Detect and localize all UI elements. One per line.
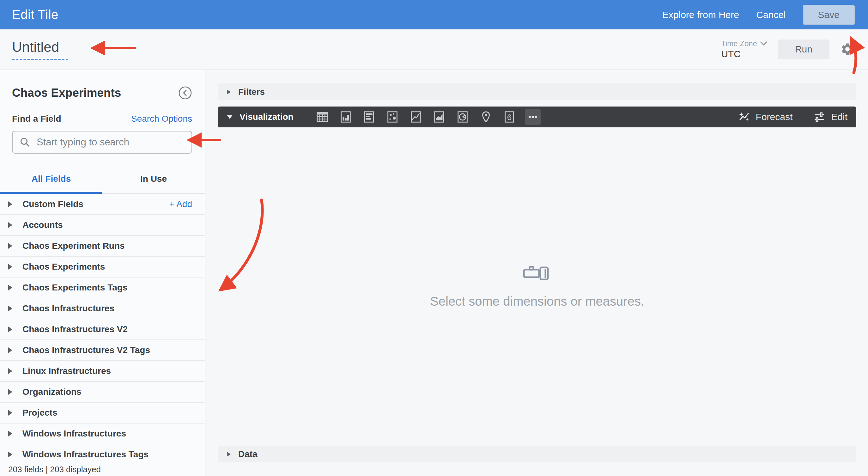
save-button[interactable]: Save [803, 5, 855, 25]
add-custom-field-button[interactable]: + Add [169, 199, 192, 209]
field-group-row[interactable]: Organizations [0, 382, 205, 403]
field-group-list: Custom Fields + Add Accounts Chaos Exper… [0, 194, 205, 463]
bar-chart-icon[interactable] [361, 109, 377, 125]
caret-right-icon [8, 389, 12, 395]
field-picker-sidebar: Chaos Experiments Find a Field Search Op… [0, 70, 206, 476]
page-title: Edit Tile [12, 8, 58, 22]
explore-name-title: Chaos Experiments [12, 86, 121, 99]
visualization-section-toggle[interactable]: Visualization [227, 112, 293, 122]
field-count-status: 203 fields | 203 displayed [0, 463, 205, 476]
area-chart-icon[interactable] [431, 109, 447, 125]
field-group-label: Projects [23, 408, 58, 418]
field-group-label: Chaos Experiments [23, 262, 105, 272]
field-group-row[interactable]: Projects [0, 403, 205, 423]
filters-section-toggle[interactable]: Filters [218, 84, 856, 100]
search-options-link[interactable]: Search Options [131, 114, 192, 124]
gear-icon[interactable] [840, 42, 855, 57]
search-icon [20, 137, 30, 148]
caret-right-icon [227, 452, 231, 457]
field-search-box[interactable] [12, 131, 192, 154]
cancel-button[interactable]: Cancel [756, 9, 785, 20]
caret-down-icon [227, 115, 232, 119]
field-group-label: Chaos Infrastructures V2 [23, 324, 128, 334]
tile-header: Untitled Time Zone UTC Run [0, 29, 868, 70]
field-group-label: Windows Infrastructures Tags [23, 449, 149, 459]
field-group-row[interactable]: Windows Infrastructures Tags [0, 444, 205, 463]
chevron-down-icon [760, 41, 767, 46]
field-group-label: Chaos Infrastructures [23, 303, 114, 314]
caret-right-icon [8, 264, 12, 270]
caret-right-icon [8, 285, 12, 291]
settings-sliders-icon [813, 110, 826, 124]
field-group-label: Organizations [23, 387, 82, 397]
field-group-row[interactable]: Windows Infrastructures [0, 423, 205, 444]
caret-right-icon [8, 431, 12, 437]
find-a-field-label: Find a Field [12, 114, 61, 124]
caret-right-icon [8, 222, 12, 228]
map-pin-icon[interactable] [478, 109, 494, 125]
collapse-panel-button[interactable] [178, 86, 192, 100]
tile-title-input[interactable]: Untitled [12, 39, 68, 55]
field-group-label: Chaos Experiments Tags [23, 282, 127, 293]
data-label: Data [238, 449, 257, 459]
svg-text:6: 6 [507, 113, 511, 122]
tab-all-fields[interactable]: All Fields [0, 170, 102, 194]
field-group-label: Accounts [23, 220, 63, 230]
run-button[interactable]: Run [778, 39, 830, 59]
viz-empty-state: Select some dimensions or measures. [218, 127, 856, 446]
chevron-left-circle-icon [178, 86, 192, 100]
scatter-chart-icon[interactable] [384, 109, 400, 125]
table-icon[interactable] [314, 109, 330, 125]
topbar-actions: Explore from Here Cancel Save [662, 5, 855, 25]
field-group-row[interactable]: Chaos Infrastructures V2 Tags [0, 340, 205, 361]
forecast-button[interactable]: Forecast [738, 110, 793, 124]
tab-in-use[interactable]: In Use [102, 170, 205, 194]
caret-right-icon [8, 347, 12, 353]
visualization-bar: Visualization [218, 107, 856, 127]
field-group-label: Chaos Experiment Runs [23, 241, 125, 251]
filters-label: Filters [238, 87, 265, 97]
single-value-icon[interactable]: 6 [501, 109, 517, 125]
field-group-label: Custom Fields [23, 199, 84, 209]
top-app-bar: Edit Tile Explore from Here Cancel Save [0, 0, 868, 29]
forecast-label: Forecast [756, 112, 793, 122]
edit-viz-button[interactable]: Edit [813, 110, 847, 124]
field-group-row[interactable]: Linux Infrastructures [0, 361, 205, 382]
caret-right-icon [8, 243, 12, 249]
field-group-label: Chaos Infrastructures V2 Tags [23, 345, 150, 355]
timezone-label: Time Zone [721, 39, 757, 48]
visualization-label: Visualization [240, 112, 293, 122]
forecast-sparkle-icon [738, 110, 751, 124]
explore-main-area: Filters Visualization [206, 70, 868, 476]
data-section-toggle[interactable]: Data [218, 446, 856, 463]
pie-chart-icon[interactable] [455, 109, 470, 125]
explore-from-here-link[interactable]: Explore from Here [662, 9, 739, 20]
caret-right-icon [8, 368, 12, 374]
more-viz-types-button[interactable] [525, 109, 540, 125]
field-group-label: Windows Infrastructures [23, 428, 126, 439]
line-chart-icon[interactable] [408, 109, 424, 125]
viz-type-picker: 6 [314, 109, 540, 125]
field-tabs: All Fields In Use [0, 170, 205, 194]
field-group-label: Linux Infrastructures [23, 366, 111, 376]
column-chart-icon[interactable] [338, 109, 353, 125]
edit-label: Edit [831, 112, 847, 122]
caret-right-icon [8, 452, 12, 457]
caret-right-icon [8, 201, 12, 207]
flashlight-icon [523, 265, 552, 282]
timezone-value: UTC [721, 48, 767, 60]
timezone-selector[interactable]: Time Zone UTC [721, 39, 767, 60]
caret-right-icon [8, 410, 12, 416]
field-group-row[interactable]: Chaos Experiments [0, 257, 205, 277]
search-input[interactable] [37, 137, 185, 148]
caret-right-icon [8, 306, 12, 311]
field-group-row[interactable]: Chaos Infrastructures V2 [0, 319, 205, 340]
field-group-row[interactable]: Chaos Experiments Tags [0, 277, 205, 298]
caret-right-icon [227, 89, 231, 94]
field-group-row[interactable]: Accounts [0, 215, 205, 236]
field-group-row[interactable]: Chaos Infrastructures [0, 298, 205, 319]
caret-right-icon [8, 327, 12, 332]
title-dashed-underline [12, 59, 68, 60]
field-group-custom-fields[interactable]: Custom Fields + Add [0, 194, 205, 215]
field-group-row[interactable]: Chaos Experiment Runs [0, 236, 205, 257]
